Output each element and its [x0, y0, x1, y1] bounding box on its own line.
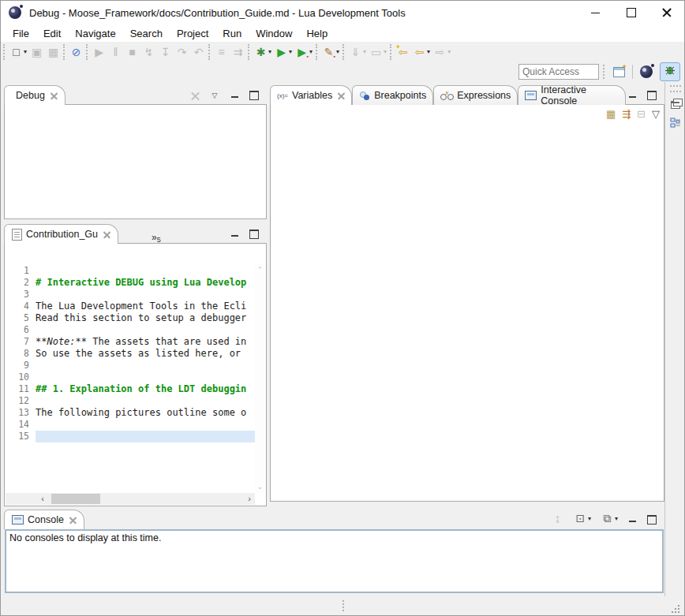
minimize-view-button[interactable] [228, 90, 241, 101]
chevron-down-icon[interactable]: ▾ [289, 48, 292, 55]
chevron-down-icon[interactable]: ▾ [427, 48, 430, 55]
chevron-down-icon[interactable]: ▾ [447, 48, 451, 55]
maximize-view-button[interactable] [248, 229, 260, 240]
maximize-view-button[interactable] [646, 514, 658, 525]
chevron-down-icon[interactable]: ▾ [268, 48, 271, 55]
scrollbar-thumb[interactable] [51, 494, 100, 504]
editor-line[interactable]: 10 [6, 371, 255, 383]
resume-button[interactable]: ▶ [91, 45, 107, 59]
trim-drag-handle[interactable] [670, 85, 681, 92]
show-logical-structures-button[interactable]: ⇶ [622, 109, 631, 120]
editor-line[interactable]: 1 [6, 265, 255, 277]
chevron-down-icon[interactable]: ▾ [363, 48, 366, 55]
disconnect-button[interactable]: ↯ [140, 45, 157, 59]
collapse-all-button[interactable]: ⊟ [637, 109, 646, 120]
tab-variables[interactable]: (x)=Variables [270, 85, 352, 105]
close-icon[interactable] [338, 92, 345, 99]
tab-expressions[interactable]: xExpressions [433, 85, 518, 105]
editor-line[interactable]: 8So use the assets as listed here, or [6, 348, 255, 360]
tab-breakpoints[interactable]: Breakpoints [352, 85, 433, 105]
minimize-view-button[interactable] [626, 514, 638, 525]
view-menu-button[interactable]: ▽ [652, 109, 660, 120]
restore-view-button[interactable] [668, 97, 683, 113]
lua-perspective-button[interactable] [636, 62, 657, 81]
chevron-down-icon[interactable]: ▾ [384, 48, 387, 55]
menu-window[interactable]: Window [249, 26, 299, 41]
new-untitled-lua-file-button[interactable]: ⇓▾ [347, 45, 368, 59]
external-tools-button[interactable]: ✎▪▾ [320, 45, 341, 59]
pin-console-button[interactable]: ↨ [549, 511, 566, 525]
statusbar-drag-handle[interactable] [342, 600, 346, 611]
step-over-button[interactable]: ↷ [174, 45, 190, 59]
run-button[interactable]: ▶▾ [273, 45, 294, 59]
menu-run[interactable]: Run [215, 26, 249, 41]
close-icon[interactable] [103, 231, 110, 238]
editor-line[interactable]: 4The Lua Development Tools in the Ecli [6, 301, 255, 312]
view-menu-button[interactable]: ▽ [208, 90, 221, 101]
forward-button[interactable]: ⇨▾ [432, 45, 452, 59]
last-edit-location-button[interactable]: ⇦✦ [395, 45, 411, 59]
quick-access-input[interactable] [518, 64, 599, 80]
save-button[interactable]: ▣ [28, 45, 45, 59]
minimize-window-button[interactable] [578, 1, 613, 24]
suspend-button[interactable]: ‖ [107, 45, 124, 59]
chevron-down-icon[interactable]: ▾ [588, 515, 591, 522]
remove-all-terminated-button[interactable] [189, 90, 201, 101]
editor-line[interactable]: 3 [6, 289, 255, 301]
open-perspective-button[interactable] [608, 62, 629, 81]
chevron-down-icon[interactable]: ▾ [336, 48, 339, 55]
step-into-button[interactable]: ↧ [157, 45, 174, 59]
menu-navigate[interactable]: Navigate [68, 26, 122, 41]
drop-to-frame-button[interactable]: ⇉ [230, 45, 246, 59]
editor-line[interactable]: 15 [6, 431, 255, 442]
menu-search[interactable]: Search [123, 26, 170, 41]
editor-line[interactable]: 12 [6, 395, 255, 407]
chevron-down-icon[interactable]: ▾ [24, 48, 27, 55]
back-button[interactable]: ⇦▾ [411, 45, 432, 59]
maximize-window-button[interactable] [613, 1, 649, 24]
tab-editor-contribution-guide[interactable]: Contribution_Gu [4, 224, 118, 244]
open-element-button[interactable]: ▭▾ [368, 45, 388, 59]
skip-all-breakpoints-button[interactable]: ⊘ [68, 45, 84, 59]
menu-edit[interactable]: Edit [36, 26, 68, 41]
editor-line[interactable]: 9 [6, 360, 255, 371]
maximize-view-button[interactable] [248, 90, 260, 101]
editor-line[interactable]: 14 [6, 419, 255, 431]
editor-line[interactable]: 2# Interactive DEBUG using Lua Develop [6, 277, 255, 289]
save-all-button[interactable]: ▦ [45, 45, 62, 59]
terminate-button[interactable]: ■ [124, 45, 140, 59]
menu-help[interactable]: Help [299, 26, 335, 41]
new-wizard-button[interactable]: □▾ [8, 45, 28, 59]
tab-debug[interactable]: Debug [4, 85, 66, 105]
minimize-view-button[interactable] [626, 90, 638, 101]
chevron-down-icon[interactable]: ▾ [615, 515, 618, 522]
show-type-names-button[interactable]: ▦ [606, 109, 616, 120]
tab-console[interactable]: Console [4, 510, 84, 529]
display-selected-console-button[interactable]: ⊡▾ [572, 511, 593, 525]
editor-line[interactable]: 11## 1. Explanation of the LDT debuggin [6, 383, 255, 395]
debug-perspective-button[interactable] [660, 62, 680, 81]
editor-line[interactable]: 7**Note:** The assets that are used in [6, 336, 255, 348]
outline-view-button[interactable] [668, 115, 683, 131]
step-return-button[interactable]: ↶ [190, 45, 207, 59]
coverage-button[interactable]: ▶▪▾ [294, 45, 314, 59]
editor-line[interactable]: 5Read this section to setup a debugger [6, 312, 255, 324]
close-window-button[interactable] [649, 1, 684, 24]
maximize-view-button[interactable] [646, 90, 658, 101]
debug-button[interactable]: ✱▾ [253, 45, 273, 59]
menu-file[interactable]: File [6, 26, 36, 41]
use-step-filters-button[interactable]: ≡ [213, 45, 230, 59]
menu-project[interactable]: Project [170, 26, 215, 41]
open-console-button[interactable]: ⧉▾ [599, 511, 619, 525]
chevron-down-icon[interactable]: ▾ [309, 48, 313, 55]
show-hidden-editors-button[interactable]: »5 [152, 230, 161, 244]
editor-horizontal-scrollbar[interactable]: ‹ › [6, 493, 255, 505]
editor-line[interactable]: 6 [6, 324, 255, 336]
editor-vertical-scrollbar[interactable]: ⌃ ⌄ [255, 263, 265, 493]
close-icon[interactable] [51, 92, 58, 99]
window-resize-grip[interactable] [672, 605, 679, 613]
editor-line[interactable]: 13The following pictures outline some o [6, 407, 255, 419]
tab-interactive-console[interactable]: Interactive Console [518, 85, 626, 105]
code-editor[interactable]: 12# Interactive DEBUG using Lua Develop3… [6, 265, 255, 493]
minimize-view-button[interactable] [228, 229, 241, 240]
